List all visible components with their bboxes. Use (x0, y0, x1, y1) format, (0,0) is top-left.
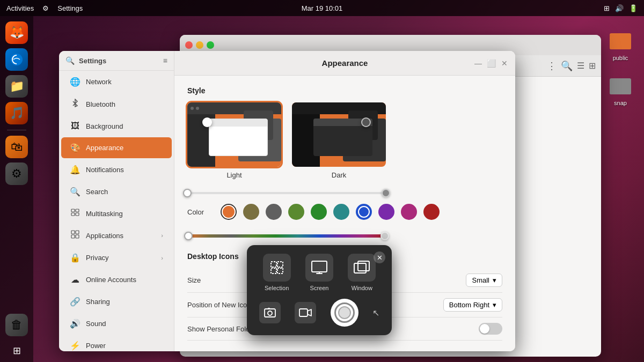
fm-grid-btn[interactable]: ⊞ (589, 61, 596, 71)
dock-item-software[interactable]: 🛍 (5, 136, 28, 158)
sidebar-item-search[interactable]: 🔍 Search (61, 181, 172, 202)
style-dark-label: Dark (332, 171, 346, 179)
sidebar-item-power[interactable]: ⚡ Power (61, 335, 172, 351)
style-slider-right-thumb[interactable] (382, 189, 390, 197)
color-swatch-gray[interactable] (266, 204, 282, 220)
sound-icon: 🔊 (70, 319, 80, 329)
sidebar-item-bluetooth-label: Bluetooth (86, 100, 115, 108)
svg-rect-12 (71, 235, 75, 238)
search-icon: 🔍 (65, 56, 75, 65)
popup-close-btn[interactable]: ✕ (374, 252, 385, 263)
style-preview-light[interactable] (187, 102, 281, 167)
network-icon: 🌐 (70, 77, 80, 87)
sidebar-item-search-label: Search (86, 188, 108, 196)
selection-icon-box (263, 254, 291, 282)
color-slider-container (187, 231, 386, 241)
sidebar-item-privacy[interactable]: 🔒 Privacy › (61, 247, 172, 268)
sidebar-item-background-label: Background (86, 122, 123, 130)
settings-maximize-btn[interactable]: ⬜ (486, 58, 497, 69)
fm-max-btn[interactable] (207, 41, 214, 49)
svg-rect-10 (71, 231, 75, 234)
dock-item-firefox[interactable]: 🦊 (5, 21, 28, 44)
dock-item-thunderbird[interactable] (5, 48, 28, 71)
window-icon-box (348, 254, 376, 282)
color-swatch-teal[interactable] (333, 204, 349, 220)
volume-icon[interactable]: 🔊 (615, 4, 624, 12)
sidebar-item-sharing[interactable]: 🔗 Sharing (61, 291, 172, 312)
color-swatch-olive[interactable] (243, 204, 259, 220)
svg-rect-19 (354, 263, 366, 273)
topbar: Activities ⚙ Settings Mar 19 10:01 ⊞ 🔊 🔋 (0, 0, 644, 16)
color-swatch-green[interactable] (311, 204, 327, 220)
fm-view-btn[interactable]: ☰ (577, 61, 584, 71)
personal-folder-label: Show Personal Folder (187, 325, 256, 333)
position-dropdown[interactable]: Bottom Right ▾ (443, 298, 502, 312)
dock-item-settings[interactable]: ⚙ (5, 162, 28, 185)
topbar-app-icon: ⚙ (42, 4, 49, 12)
sidebar-item-notifications[interactable]: 🔔 Notifications (61, 159, 172, 180)
desktop-icon-public[interactable]: public (608, 27, 633, 61)
sidebar-item-online-accounts[interactable]: ☁ Online Accounts (61, 269, 172, 290)
svg-rect-3 (610, 35, 631, 49)
popup-record-btn[interactable] (331, 299, 358, 327)
sidebar-item-applications-label: Applications (86, 232, 123, 240)
sidebar-item-sound[interactable]: 🔊 Sound (61, 313, 172, 334)
popup-screenshot-btn[interactable] (259, 302, 281, 323)
svg-rect-8 (71, 213, 75, 216)
position-label: Position of New Icons (187, 301, 254, 309)
fm-close-btn[interactable] (185, 41, 193, 49)
personal-folder-toggle[interactable] (479, 323, 502, 335)
color-swatch-red[interactable] (423, 204, 440, 220)
color-slider-right-thumb[interactable] (380, 232, 389, 240)
settings-title-label: Settings (79, 57, 106, 65)
color-swatch-purple[interactable] (378, 204, 394, 220)
sidebar-item-sharing-label: Sharing (86, 298, 110, 306)
size-dropdown-value: Small (472, 276, 489, 284)
dock-item-rhythmbox[interactable]: 🎵 (5, 102, 28, 124)
fm-menu-btn[interactable]: ⋮ (547, 60, 557, 72)
color-section: Color (187, 204, 502, 220)
close-x-icon: ✕ (377, 254, 383, 262)
activities-button[interactable]: Activities (6, 4, 34, 12)
style-option-dark[interactable]: Dark (292, 102, 386, 179)
settings-close-btn[interactable]: ✕ (499, 58, 510, 69)
sidebar-item-sound-label: Sound (86, 320, 106, 328)
sidebar-item-online-accounts-label: Online Accounts (86, 276, 136, 284)
settings-search-bar[interactable]: 🔍 Settings ≡ (59, 51, 174, 71)
dock-item-trash[interactable]: 🗑 (5, 314, 28, 336)
style-preview-dark[interactable] (292, 102, 386, 167)
popup-video-btn[interactable] (295, 302, 316, 323)
dock-item-files[interactable]: 📁 (5, 75, 28, 98)
popup-selection-item[interactable]: Selection (263, 254, 291, 291)
settings-sidebar: 🔍 Settings ≡ 🌐 Network Bluetooth 🖼 Backg… (59, 51, 174, 351)
size-dropdown[interactable]: Small ▾ (466, 274, 502, 287)
sidebar-item-bluetooth[interactable]: Bluetooth (61, 93, 172, 115)
desktop-icon-snap-label: snap (614, 100, 627, 106)
fm-search-btn[interactable]: 🔍 (561, 60, 573, 72)
popup-screen-item[interactable]: Screen (305, 254, 333, 291)
position-dropdown-value: Bottom Right (449, 301, 489, 309)
style-slider-left-thumb[interactable] (183, 189, 192, 197)
dock-apps-button[interactable]: ⊞ (13, 345, 21, 357)
settings-menu-icon[interactable]: ≡ (163, 56, 167, 65)
fm-min-btn[interactable] (196, 41, 203, 49)
battery-icon[interactable]: 🔋 (629, 4, 638, 12)
sidebar-item-network[interactable]: 🌐 Network (61, 71, 172, 92)
svg-rect-13 (76, 235, 79, 238)
position-dropdown-arrow: ▾ (493, 301, 496, 309)
color-swatch-lightgreen[interactable] (288, 204, 304, 220)
color-slider-left-thumb[interactable] (184, 232, 193, 240)
sidebar-item-applications[interactable]: Applications › (61, 225, 172, 246)
desktop-icon-public-label: public (613, 55, 628, 61)
color-swatch-pink[interactable] (401, 204, 417, 220)
sidebar-item-background[interactable]: 🖼 Background (61, 116, 172, 136)
color-swatch-blue[interactable] (356, 204, 372, 220)
color-swatch-orange[interactable] (221, 204, 237, 220)
desktop-icon-snap[interactable]: snap (608, 72, 633, 106)
style-option-light[interactable]: Light (187, 102, 281, 179)
settings-minimize-btn[interactable]: — (473, 58, 484, 69)
color-slider-track (187, 234, 386, 238)
sidebar-item-multitasking[interactable]: Multitasking (61, 203, 172, 224)
sidebar-item-appearance[interactable]: 🎨 Appearance (61, 137, 172, 158)
popup-window-item[interactable]: Window (348, 254, 376, 291)
